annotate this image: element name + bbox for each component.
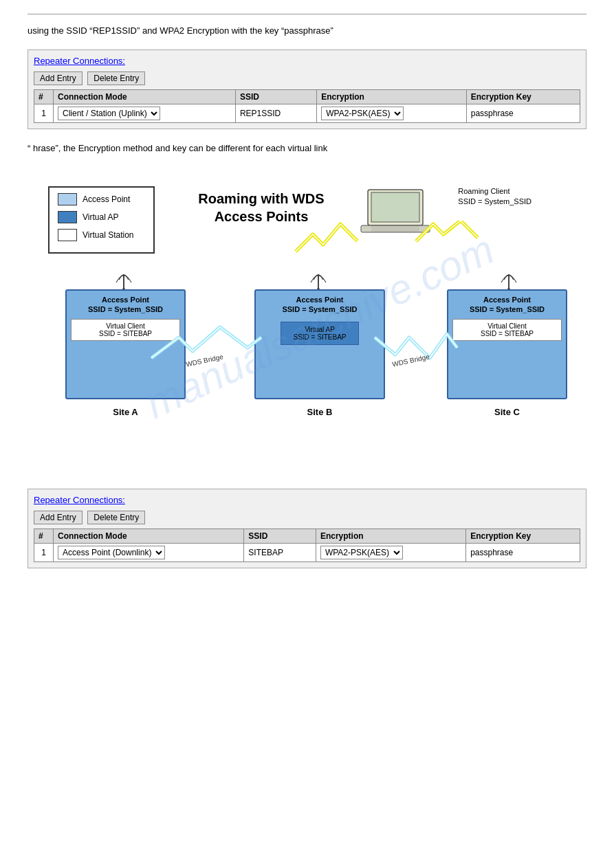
legend-item-vap: Virtual AP	[58, 211, 145, 223]
page: using the SSID “REP1SSID” and WPA2 Encry…	[0, 0, 614, 868]
table1-add-btn[interactable]: Add Entry	[34, 71, 83, 85]
row2-encryption[interactable]: WPA2-PSK(AES)	[316, 544, 465, 562]
legend-item-ap: Access Point	[58, 193, 145, 205]
col-encryption: Encryption	[317, 90, 467, 104]
top-rule	[28, 14, 586, 14]
table2-delete-btn[interactable]: Delete Entry	[87, 511, 145, 524]
legend-item-vs: Virtual Station	[58, 229, 145, 241]
table1-btn-row: Add Entry Delete Entry	[34, 71, 580, 85]
conn-mode-select[interactable]: Client / Station (Uplink)	[58, 107, 160, 120]
svg-rect-1	[371, 192, 419, 222]
legend-box: Access Point Virtual AP Virtual Station	[48, 186, 155, 254]
site-c-inner: Virtual ClientSSID = SITEBAP	[452, 319, 562, 341]
col2-conn-mode: Connection Mode	[54, 529, 244, 544]
roaming-client-label: Roaming Client SSID = System_SSID	[458, 186, 531, 208]
table2-title[interactable]: Repeater Connections:	[34, 495, 580, 505]
legend-color-vap	[58, 211, 77, 223]
site-a-title: Access PointSSID = System_SSID	[71, 295, 180, 315]
table2-btn-row: Add Entry Delete Entry	[34, 511, 580, 524]
row1-conn-mode[interactable]: Client / Station (Uplink)	[54, 104, 236, 123]
site-a-label: Site A	[67, 407, 184, 417]
row2-ssid: SITEBAP	[244, 544, 316, 562]
enc-select[interactable]: WPA2-PSK(AES)	[321, 107, 404, 120]
conn-mode-select2[interactable]: Access Point (Downlink)	[58, 546, 165, 559]
table2: # Connection Mode SSID Encryption Encryp…	[34, 528, 580, 562]
site-b-title: Access PointSSID = System_SSID	[260, 295, 380, 315]
table2-add-btn[interactable]: Add Entry	[34, 511, 83, 524]
col-num: #	[34, 90, 54, 104]
row2-num: 1	[34, 544, 54, 562]
legend-label-ap: Access Point	[83, 194, 130, 204]
row1-ssid: REP1SSID	[235, 104, 316, 123]
legend-color-vs	[58, 229, 77, 241]
table1: # Connection Mode SSID Encryption Encryp…	[34, 89, 580, 123]
col2-encryption: Encryption	[316, 529, 465, 544]
site-b-box: Access PointSSID = System_SSID Virtual A…	[254, 289, 385, 399]
col2-ssid: SSID	[244, 529, 316, 544]
middle-text: “ hrase”, the Encryption method and key …	[28, 143, 586, 153]
lightning-top-left	[289, 221, 371, 257]
bottom-section: Repeater Connections: Add Entry Delete E…	[28, 489, 586, 568]
table1-delete-btn[interactable]: Delete Entry	[87, 71, 145, 85]
table-row: 1 Client / Station (Uplink) REP1SSID WPA…	[34, 104, 580, 123]
legend-label-vs: Virtual Station	[83, 230, 134, 240]
row1-num: 1	[34, 104, 54, 123]
col-ssid: SSID	[235, 90, 316, 104]
legend-color-ap	[58, 193, 77, 205]
table1-title[interactable]: Repeater Connections:	[34, 56, 580, 66]
site-c-box: Access PointSSID = System_SSID Virtual C…	[447, 289, 567, 399]
legend-label-vap: Virtual AP	[83, 212, 118, 222]
col-enc-key: Encryption Key	[466, 90, 580, 104]
table-row: 1 Access Point (Downlink) SITEBAP	[34, 544, 580, 562]
col-conn-mode: Connection Mode	[54, 90, 236, 104]
diagram-section: manualsarchive.com Access Point Virtual …	[28, 166, 586, 461]
row1-encryption[interactable]: WPA2-PSK(AES)	[317, 104, 467, 123]
intro-text: using the SSID “REP1SSID” and WPA2 Encry…	[28, 25, 586, 36]
site-c-label: Site C	[448, 407, 566, 417]
table1-section: Repeater Connections: Add Entry Delete E…	[28, 49, 586, 129]
col2-num: #	[34, 529, 54, 544]
lightning-top-right	[413, 221, 481, 257]
site-b-label: Site B	[256, 407, 384, 417]
site-b-inner: Virtual APSSID = SITEBAP	[281, 322, 359, 345]
col2-enc-key: Encryption Key	[466, 529, 580, 544]
row2-enc-key: passphrase	[466, 544, 580, 562]
row1-enc-key: passphrase	[466, 104, 580, 123]
site-c-title: Access PointSSID = System_SSID	[452, 295, 562, 315]
table2-section: Repeater Connections: Add Entry Delete E…	[28, 489, 586, 568]
enc-select2[interactable]: WPA2-PSK(AES)	[320, 546, 403, 559]
row2-conn-mode[interactable]: Access Point (Downlink)	[54, 544, 244, 562]
